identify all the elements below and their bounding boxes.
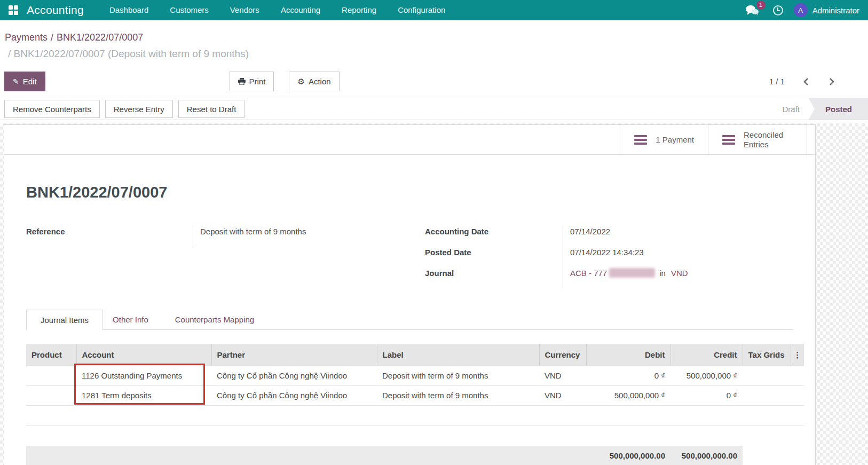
- nav-item-dashboard[interactable]: Dashboard: [99, 0, 159, 20]
- apps-grid-icon[interactable]: [9, 5, 18, 15]
- total-debit: 500,000,000.00: [586, 446, 670, 465]
- pencil-icon: ✎: [13, 77, 19, 86]
- table-row[interactable]: 1126 Outstanding Payments Công ty Cổ phầ…: [26, 366, 804, 385]
- cell-label: Deposit with term of 9 months: [377, 385, 539, 405]
- optional-columns-icon[interactable]: ⋮: [791, 344, 804, 366]
- edit-button[interactable]: ✎ Edit: [4, 72, 45, 91]
- accounting-date-value: 07/14/2022: [570, 226, 793, 247]
- breadcrumb-current: / BNK1/2022/07/0007 (Deposit with term o…: [5, 48, 868, 60]
- user-menu[interactable]: A Administrator: [794, 3, 859, 17]
- cell-account: 1281 Term deposits: [76, 385, 211, 405]
- empty-table-row: [26, 405, 804, 425]
- status-step-posted[interactable]: Posted: [808, 98, 868, 120]
- reconciled-entries-stat-button[interactable]: Reconciled Entries: [708, 125, 807, 154]
- nav-item-customers[interactable]: Customers: [159, 0, 219, 20]
- table-row[interactable]: 1281 Term deposits Công ty Cổ phần Công …: [26, 385, 804, 405]
- table-spacer: [26, 425, 804, 446]
- cell-credit: 500,000,000 ₫: [670, 366, 743, 385]
- cell-tax-grids: [743, 366, 791, 385]
- tab-counterparts-mapping[interactable]: Counterparts Mapping: [165, 310, 264, 329]
- reset-to-draft-button[interactable]: Reset to Draft: [178, 100, 245, 118]
- cell-tax-grids: [743, 385, 791, 405]
- tab-journal-items[interactable]: Journal Items: [26, 310, 103, 330]
- posted-date-value: 07/14/2022 14:34:23: [570, 247, 793, 267]
- cell-product: [26, 366, 76, 385]
- col-header-account[interactable]: Account: [76, 344, 211, 366]
- cell-partner: Công ty Cổ phần Công nghệ Viindoo: [211, 385, 377, 405]
- cell-currency: VND: [539, 366, 586, 385]
- pager-next-icon[interactable]: [828, 77, 835, 86]
- reference-value: Deposit with term of 9 months: [200, 226, 425, 247]
- unread-count-badge: 1: [756, 1, 766, 10]
- nav-item-reporting[interactable]: Reporting: [331, 0, 387, 20]
- remove-counterparts-button[interactable]: Remove Counterparts: [4, 100, 100, 118]
- form-view-background: 1 Payment Reconciled Entries BNK1/2022/0…: [0, 123, 868, 465]
- col-header-currency[interactable]: Currency: [539, 344, 586, 366]
- col-header-tax-grids[interactable]: Tax Grids: [743, 344, 791, 366]
- form-sheet: 1 Payment Reconciled Entries BNK1/2022/0…: [4, 124, 816, 465]
- avatar: A: [794, 3, 808, 17]
- breadcrumb-separator: /: [48, 32, 57, 43]
- status-arrow: [808, 98, 815, 120]
- reconciled-entries-icon: [722, 135, 735, 145]
- status-step-draft[interactable]: Draft: [774, 98, 808, 120]
- cell-currency: VND: [539, 385, 586, 405]
- cell-credit: 0 ₫: [670, 385, 743, 405]
- record-title: BNK1/2022/07/0007: [26, 184, 815, 201]
- total-credit: 500,000,000.00: [670, 446, 743, 465]
- redacted-account-number: [609, 268, 655, 278]
- nav-item-accounting[interactable]: Accounting: [270, 0, 331, 20]
- cell-debit: 0 ₫: [586, 366, 670, 385]
- cell-label: Deposit with term of 9 months: [377, 366, 539, 385]
- cell-partner: Công ty Cổ phần Công nghệ Viindoo: [211, 366, 377, 385]
- cell-debit: 500,000,000 ₫: [586, 385, 670, 405]
- breadcrumb: Payments/BNK1/2022/07/0007 / BNK1/2022/0…: [0, 20, 868, 68]
- action-button[interactable]: ⚙ Action: [289, 72, 339, 91]
- print-button[interactable]: Print: [230, 72, 274, 91]
- table-header-row: Product Account Partner Label Currency D…: [26, 344, 804, 366]
- reference-label: Reference: [26, 226, 193, 247]
- user-name: Administrator: [812, 6, 859, 15]
- breadcrumb-record-link[interactable]: BNK1/2022/07/0007: [57, 32, 143, 43]
- nav-item-vendors[interactable]: Vendors: [219, 0, 270, 20]
- printer-icon: [238, 78, 246, 85]
- top-navbar: Accounting Dashboard Customers Vendors A…: [0, 0, 868, 20]
- field-groups: Reference Deposit with term of 9 months …: [26, 226, 793, 288]
- notebook-tabs: Journal Items Other Info Counterparts Ma…: [26, 310, 793, 330]
- reverse-entry-button[interactable]: Reverse Entry: [105, 100, 173, 118]
- stat-button-box: 1 Payment Reconciled Entries: [4, 125, 815, 155]
- journal-items-table: Product Account Partner Label Currency D…: [26, 344, 804, 465]
- posted-date-label: Posted Date: [425, 247, 563, 267]
- tab-other-info[interactable]: Other Info: [103, 310, 158, 329]
- pager-count: 1 / 1: [769, 77, 785, 86]
- cell-account: 1126 Outstanding Payments: [76, 366, 211, 385]
- gear-icon: ⚙: [297, 77, 304, 86]
- app-brand[interactable]: Accounting: [27, 4, 84, 17]
- col-header-credit[interactable]: Credit: [670, 344, 743, 366]
- journal-link[interactable]: ACB - 777: [570, 267, 607, 279]
- col-header-product[interactable]: Product: [26, 344, 76, 366]
- journal-items-table-wrap: Product Account Partner Label Currency D…: [26, 344, 815, 465]
- col-header-label[interactable]: Label: [377, 344, 539, 366]
- journal-label: Journal: [425, 267, 563, 288]
- currency-link[interactable]: VND: [671, 267, 688, 279]
- payments-stat-button[interactable]: 1 Payment: [620, 125, 708, 154]
- journal-connector: in: [659, 267, 666, 279]
- accounting-date-label: Accounting Date: [425, 226, 563, 247]
- col-header-partner[interactable]: Partner: [211, 344, 377, 366]
- cell-product: [26, 385, 76, 405]
- activities-clock-icon[interactable]: [773, 5, 783, 15]
- totals-row: 500,000,000.00 500,000,000.00: [26, 446, 804, 465]
- control-panel: ✎ Edit Print ⚙ Action 1 / 1: [0, 68, 868, 98]
- journal-entries-icon: [634, 135, 647, 145]
- col-header-debit[interactable]: Debit: [586, 344, 670, 366]
- messages-icon[interactable]: 1: [745, 5, 762, 15]
- breadcrumb-payments-link[interactable]: Payments: [5, 32, 48, 43]
- pager-previous-icon[interactable]: [803, 77, 810, 86]
- nav-item-configuration[interactable]: Configuration: [387, 0, 456, 20]
- form-statusbar: Remove Counterparts Reverse Entry Reset …: [0, 98, 868, 120]
